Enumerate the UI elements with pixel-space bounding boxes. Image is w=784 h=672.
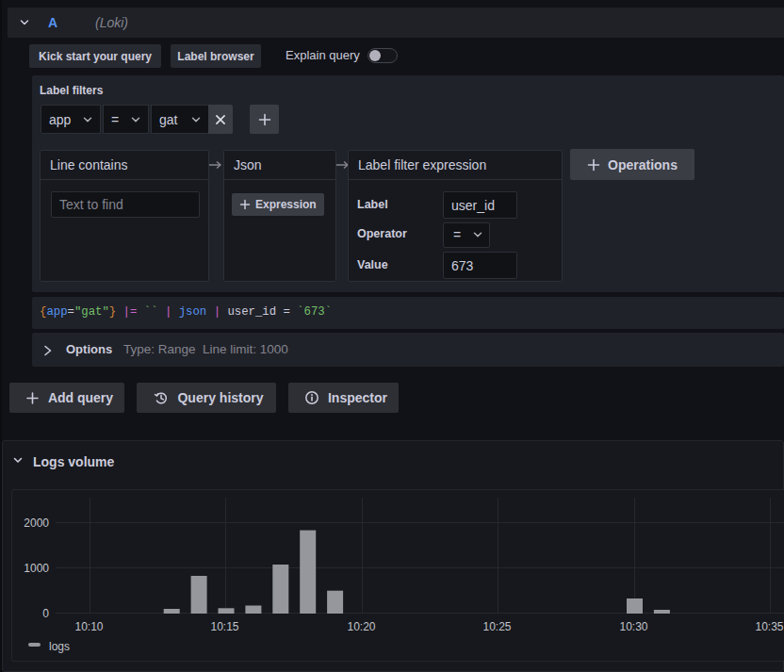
svg-text:1000: 1000 (24, 562, 49, 575)
svg-text:10:35: 10:35 (755, 620, 783, 633)
svg-text:logs: logs (49, 640, 70, 653)
svg-text:0: 0 (42, 607, 49, 620)
svg-text:10:30: 10:30 (619, 620, 647, 633)
svg-text:2000: 2000 (24, 516, 49, 530)
svg-text:10:10: 10:10 (74, 620, 103, 633)
svg-text:10:20: 10:20 (347, 620, 375, 633)
svg-text:10:15: 10:15 (210, 620, 238, 633)
svg-text:10:25: 10:25 (482, 620, 511, 633)
